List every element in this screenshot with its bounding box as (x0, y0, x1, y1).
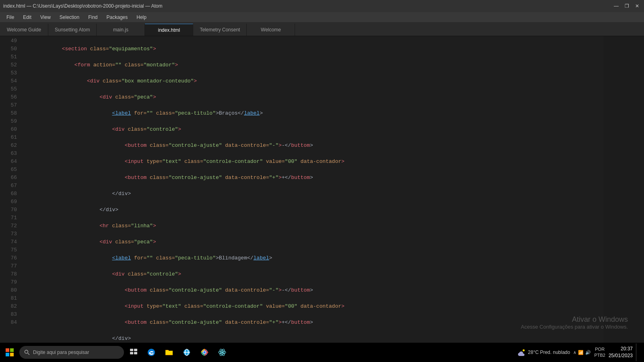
menu-edit[interactable]: Edit (19, 14, 35, 21)
clock[interactable]: 20:37 25/01/2023 (609, 346, 633, 359)
tab-main-js[interactable]: main.js (97, 24, 145, 36)
svg-rect-3 (10, 353, 14, 356)
menu-selection[interactable]: Selection (56, 14, 83, 21)
language-variant: PTB2 (594, 352, 605, 358)
explorer-icon[interactable] (161, 343, 177, 361)
search-placeholder: Digite aqui para pesquisar (33, 350, 89, 355)
language-code: POR (594, 346, 605, 352)
title-text: index.html — C:\Users\Lays\Desktop\robot… (3, 3, 163, 9)
svg-rect-1 (10, 348, 14, 352)
menu-find[interactable]: Find (84, 14, 101, 21)
close-button[interactable]: ✕ (634, 2, 641, 10)
language-selector[interactable]: POR PTB2 (594, 346, 605, 359)
weather-info: 28°C Pred. nublado (518, 348, 570, 356)
tab-index-html[interactable]: index.html (145, 24, 193, 36)
menu-bar: File Edit View Selection Find Packages H… (0, 12, 644, 22)
taskbar-left: Digite aqui para pesquisar (2, 343, 230, 361)
edge-icon[interactable] (143, 343, 159, 361)
svg-line-5 (28, 353, 29, 355)
tab-telemetry-consent[interactable]: Telemetry Consent (193, 24, 247, 36)
tab-bar: Welcome Guide Sunsetting Atom main.js in… (0, 22, 644, 36)
code-editor[interactable]: <section class="equipamentos"> <form act… (20, 36, 604, 351)
ie-icon[interactable] (179, 343, 195, 361)
taskbar: Digite aqui para pesquisar (0, 343, 644, 362)
menu-packages[interactable]: Packages (103, 14, 132, 21)
time-display: 20:37 (609, 346, 633, 352)
tab-welcome-guide[interactable]: Welcome Guide (0, 24, 48, 36)
maximize-button[interactable]: ❐ (623, 2, 630, 10)
minimize-button[interactable]: — (613, 2, 620, 10)
svg-rect-6 (130, 349, 133, 351)
watermark-subtitle: Acesse Configurações para ativar o Windo… (521, 324, 628, 330)
network-icon: 📶 (578, 350, 584, 355)
system-tray: ∧ 📶 🔊 (573, 350, 591, 355)
taskbar-search[interactable]: Digite aqui para pesquisar (19, 346, 124, 359)
window-controls: — ❐ ✕ (613, 2, 641, 10)
taskview-icon[interactable] (126, 343, 142, 361)
svg-rect-9 (134, 352, 137, 354)
atom-icon[interactable] (214, 343, 230, 361)
watermark-title: Ativar o Windows (521, 315, 628, 324)
menu-view[interactable]: View (36, 14, 55, 21)
svg-point-4 (25, 350, 28, 354)
date-display: 25/01/2023 (609, 352, 633, 359)
svg-point-20 (522, 350, 524, 352)
svg-rect-8 (130, 352, 133, 354)
start-button[interactable] (2, 343, 18, 361)
menu-file[interactable]: File (2, 14, 18, 21)
line-numbers: 4950515253 5455565758 5960616263 6465666… (0, 36, 20, 351)
menu-help[interactable]: Help (132, 14, 151, 21)
editor: 4950515253 5455565758 5960616263 6465666… (0, 36, 644, 351)
title-bar: index.html — C:\Users\Lays\Desktop\robot… (0, 0, 644, 12)
svg-point-16 (221, 352, 223, 354)
minimap (604, 36, 644, 351)
show-desktop-button[interactable] (636, 343, 639, 361)
svg-rect-7 (134, 349, 137, 351)
chrome-icon[interactable] (196, 343, 213, 361)
volume-icon[interactable]: 🔊 (585, 350, 591, 355)
svg-rect-0 (6, 348, 9, 352)
windows-watermark: Ativar o Windows Acesse Configurações pa… (521, 315, 628, 330)
weather-text: 28°C Pred. nublado (528, 350, 570, 355)
tray-expand[interactable]: ∧ (573, 350, 576, 355)
svg-point-15 (203, 351, 206, 354)
svg-rect-2 (6, 353, 9, 356)
taskbar-right: 28°C Pred. nublado ∧ 📶 🔊 POR PTB2 20:37 … (518, 343, 642, 361)
tab-welcome[interactable]: Welcome (247, 24, 295, 36)
tab-sunsetting-atom[interactable]: Sunsetting Atom (48, 24, 97, 36)
